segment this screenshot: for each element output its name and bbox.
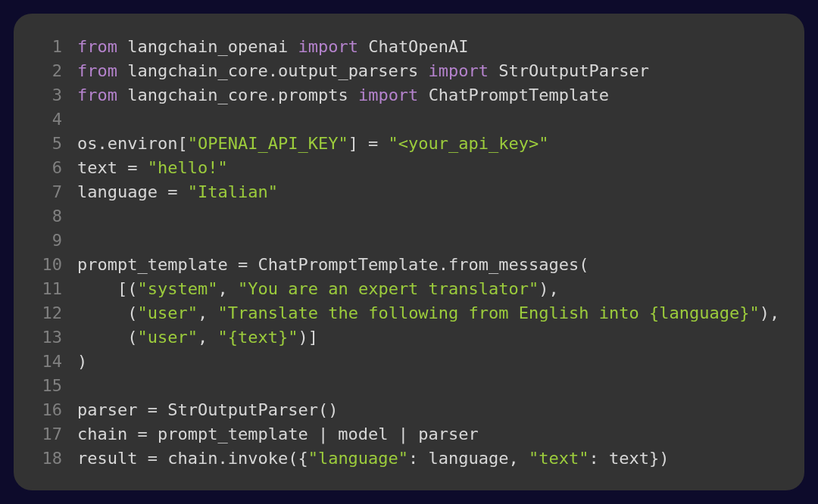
token-str: "Translate the following from English in…: [217, 303, 759, 322]
line-number: 4: [36, 107, 62, 132]
token-id: language =: [77, 182, 188, 201]
token-kw: import: [429, 61, 489, 80]
line-content: parser = StrOutputParser(): [77, 398, 338, 422]
token-id: (: [127, 303, 137, 322]
line-number: 9: [36, 229, 62, 253]
code-line: 9: [36, 229, 782, 253]
token-id: )]: [298, 328, 318, 347]
token-id: ,: [198, 328, 218, 347]
code-block: 1from langchain_openai import ChatOpenAI…: [36, 35, 782, 471]
token-kw: from: [77, 37, 117, 56]
code-line: 12 ("user", "Translate the following fro…: [36, 301, 782, 325]
code-line: 10prompt_template = ChatPromptTemplate.f…: [36, 253, 782, 277]
token-str: "{text}": [217, 328, 298, 347]
line-content: ("user", "{text}")]: [77, 325, 318, 350]
line-number: 10: [36, 253, 62, 277]
code-line: 4: [36, 107, 782, 132]
token-id: ),: [760, 303, 780, 322]
token-sp: [418, 86, 428, 104]
token-sp: [489, 61, 498, 80]
code-line: 2from langchain_core.output_parsers impo…: [36, 59, 782, 83]
token-sp: [77, 328, 127, 347]
token-kw: import: [298, 37, 357, 56]
token-id: ] =: [348, 134, 389, 153]
line-number: 2: [36, 59, 62, 83]
token-id: ,: [198, 303, 218, 322]
line-content: from langchain_core.output_parsers impor…: [77, 59, 649, 83]
code-line: 17chain = prompt_template | model | pars…: [36, 422, 782, 446]
code-editor-panel: 1from langchain_openai import ChatOpenAI…: [14, 14, 804, 490]
line-number: 7: [36, 180, 62, 204]
line-content: [77, 229, 87, 253]
token-id: prompt_template = ChatPromptTemplate.fro…: [77, 255, 589, 274]
token-id: [(: [117, 279, 138, 298]
line-content: prompt_template = ChatPromptTemplate.fro…: [77, 253, 589, 277]
line-number: 14: [36, 350, 62, 374]
line-content: [("system", "You are an expert translato…: [77, 277, 559, 301]
token-id: chain = prompt_template | model | parser: [77, 425, 479, 443]
line-number: 17: [36, 422, 62, 446]
token-id: langchain_core.output_parsers: [127, 61, 418, 80]
line-content: [77, 107, 87, 132]
line-content: from langchain_core.prompts import ChatP…: [77, 83, 609, 107]
line-number: 5: [36, 132, 62, 156]
token-id: os.environ[: [77, 134, 188, 153]
token-sp: [117, 37, 127, 56]
token-sp: [348, 86, 358, 104]
line-content: from langchain_openai import ChatOpenAI: [77, 35, 469, 59]
token-id: ),: [539, 279, 559, 298]
token-id: langchain_core.prompts: [127, 86, 348, 104]
token-sp: [358, 37, 368, 56]
token-str: "<your_api_key>": [389, 134, 549, 153]
line-content: text = "hello!": [77, 156, 228, 180]
token-sp: [117, 61, 127, 80]
line-number: 1: [36, 35, 62, 59]
token-str: "user": [137, 328, 197, 347]
code-line: 13 ("user", "{text}")]: [36, 325, 782, 350]
code-line: 5os.environ["OPENAI_API_KEY"] = "<your_a…: [36, 132, 782, 156]
line-content: [77, 204, 87, 229]
token-str: "You are an expert translator": [238, 279, 539, 298]
token-id: text =: [77, 158, 148, 177]
token-sp: [77, 279, 117, 298]
line-content: ("user", "Translate the following from E…: [77, 301, 779, 325]
code-line: 7language = "Italian": [36, 180, 782, 204]
code-line: 15: [36, 374, 782, 398]
token-kw: from: [77, 86, 117, 104]
line-number: 11: [36, 277, 62, 301]
token-id: ): [77, 352, 87, 371]
token-id: : text}): [589, 449, 670, 468]
token-id: result = chain.invoke({: [77, 449, 308, 468]
token-id: : language,: [408, 449, 529, 468]
line-content: result = chain.invoke({"language": langu…: [77, 446, 670, 471]
token-str: "Italian": [188, 182, 278, 201]
token-kw: from: [77, 61, 117, 80]
line-content: os.environ["OPENAI_API_KEY"] = "<your_ap…: [77, 132, 549, 156]
code-line: 16parser = StrOutputParser(): [36, 398, 782, 422]
token-id: parser = StrOutputParser(): [77, 400, 338, 419]
token-str: "OPENAI_API_KEY": [188, 134, 348, 153]
line-number: 13: [36, 325, 62, 350]
token-str: "system": [137, 279, 217, 298]
token-id: (: [127, 328, 137, 347]
code-line: 14): [36, 350, 782, 374]
token-id: langchain_openai: [127, 37, 288, 56]
token-sp: [418, 61, 428, 80]
token-id: StrOutputParser: [498, 61, 649, 80]
token-str: "language": [308, 449, 408, 468]
line-number: 15: [36, 374, 62, 398]
code-line: 6text = "hello!": [36, 156, 782, 180]
code-line: 18result = chain.invoke({"language": lan…: [36, 446, 782, 471]
token-kw: import: [358, 86, 418, 104]
code-line: 11 [("system", "You are an expert transl…: [36, 277, 782, 301]
token-str: "text": [529, 449, 589, 468]
token-id: ,: [217, 279, 238, 298]
token-id: ChatPromptTemplate: [429, 86, 609, 104]
line-number: 12: [36, 301, 62, 325]
line-content: language = "Italian": [77, 180, 278, 204]
line-number: 6: [36, 156, 62, 180]
token-str: "hello!": [148, 158, 228, 177]
token-sp: [288, 37, 298, 56]
code-line: 8: [36, 204, 782, 229]
line-content: [77, 374, 87, 398]
